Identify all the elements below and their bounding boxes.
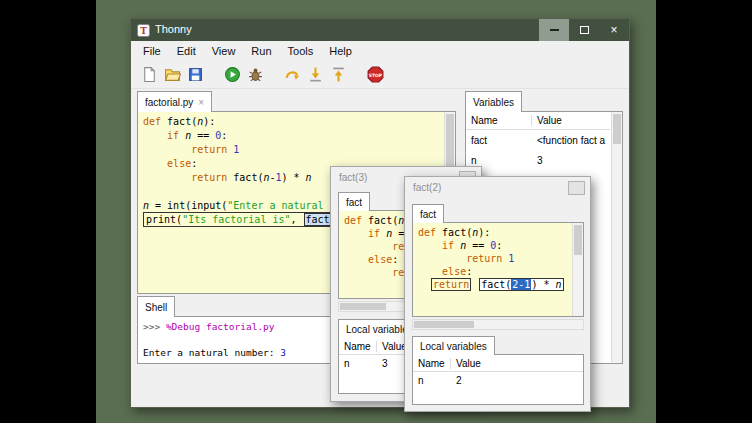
code-token bbox=[344, 254, 368, 265]
menu-item-run[interactable]: Run bbox=[243, 43, 279, 59]
menu-item-edit[interactable]: Edit bbox=[169, 43, 204, 59]
code-token: >>> bbox=[143, 321, 166, 332]
menu-item-tools[interactable]: Tools bbox=[280, 43, 322, 59]
thonny-app-icon: T bbox=[137, 23, 150, 36]
tab-factorial-py[interactable]: factorial.py × bbox=[137, 91, 212, 112]
scrollbar-thumb[interactable] bbox=[613, 114, 621, 144]
table-row[interactable]: n3 bbox=[466, 150, 610, 170]
save-button[interactable] bbox=[187, 66, 204, 83]
column-header: Value bbox=[451, 358, 583, 369]
local-variables-table: NameValuen2 bbox=[413, 355, 583, 404]
scrollbar-thumb[interactable] bbox=[340, 303, 386, 310]
step-out-button[interactable] bbox=[330, 66, 347, 83]
frame-code-view[interactable]: def fact(n): if n == 0: return 1 else: r… bbox=[412, 222, 584, 317]
menu-bar: FileEditViewRunToolsHelp bbox=[131, 41, 629, 61]
code-token bbox=[418, 253, 466, 264]
step-out-icon bbox=[330, 66, 347, 83]
code-token: == bbox=[191, 130, 215, 141]
code-token bbox=[418, 266, 442, 277]
code-token: def bbox=[344, 215, 362, 226]
scrollbar-thumb[interactable] bbox=[414, 321, 474, 328]
menu-item-help[interactable]: Help bbox=[321, 43, 360, 59]
stop-icon: STOP bbox=[367, 66, 384, 83]
table-cell: <function fact a bbox=[532, 135, 610, 146]
code-token: return bbox=[191, 172, 227, 183]
local-variables-label: Local variables bbox=[346, 324, 413, 335]
column-header: Name bbox=[339, 341, 377, 352]
eval-focus-box: fact(2-1) * n bbox=[479, 278, 563, 291]
scrollbar-thumb[interactable] bbox=[574, 225, 582, 255]
code-token bbox=[143, 130, 167, 141]
code-token: if bbox=[167, 130, 179, 141]
code-token: if bbox=[442, 240, 454, 251]
code-token: %Debug factorial.py bbox=[166, 321, 275, 332]
code-token: else bbox=[368, 254, 392, 265]
run-button[interactable] bbox=[224, 66, 241, 83]
title-bar[interactable]: T Thonny × bbox=[131, 19, 629, 41]
frame-tab-label: fact bbox=[346, 197, 362, 208]
table-cell: 2 bbox=[451, 375, 583, 386]
code-token: fact( bbox=[436, 227, 472, 238]
code-line: if n == 0: bbox=[143, 129, 439, 143]
table-cell: 3 bbox=[532, 155, 610, 166]
code-token: = int(input( bbox=[149, 200, 227, 211]
frame-code[interactable]: def fact(n): if n == 0: return 1 else: r… bbox=[413, 223, 573, 316]
tab-fact[interactable]: fact bbox=[338, 192, 370, 211]
code-token: n bbox=[555, 279, 561, 290]
window-title: Thonny bbox=[155, 23, 192, 35]
maximize-button[interactable] bbox=[569, 19, 599, 41]
tab-shell[interactable]: Shell bbox=[137, 296, 175, 317]
code-token bbox=[418, 240, 442, 251]
step-over-button[interactable] bbox=[284, 66, 301, 83]
table-row[interactable]: fact<function fact a bbox=[466, 130, 610, 150]
code-token: def bbox=[143, 116, 161, 127]
code-token: if bbox=[368, 228, 380, 239]
tab-fact[interactable]: fact bbox=[412, 204, 444, 223]
minimize-button[interactable] bbox=[539, 19, 569, 41]
code-token: 1 bbox=[233, 144, 239, 155]
code-token: fact( bbox=[161, 116, 197, 127]
debug-button[interactable] bbox=[247, 66, 264, 83]
variables-vscrollbar[interactable] bbox=[611, 112, 622, 363]
run-icon bbox=[224, 66, 241, 83]
code-token bbox=[472, 279, 478, 290]
code-token bbox=[143, 172, 191, 183]
code-line: else: bbox=[418, 265, 568, 278]
new-file-button[interactable] bbox=[141, 66, 158, 83]
svg-text:STOP: STOP bbox=[369, 73, 383, 78]
frame-hscrollbar[interactable] bbox=[412, 319, 584, 330]
toolbar: STOP bbox=[131, 61, 629, 89]
menu-item-view[interactable]: View bbox=[204, 43, 244, 59]
tab-local-variables[interactable]: Local variables bbox=[412, 336, 495, 355]
screenshot-root: T Thonny × FileEditViewRunToolsHelp STOP… bbox=[0, 0, 752, 423]
code-token: 1 bbox=[508, 253, 514, 264]
tab-variables[interactable]: Variables bbox=[465, 91, 522, 112]
maximize-icon bbox=[580, 26, 589, 34]
code-token: : bbox=[221, 130, 227, 141]
code-token: == bbox=[466, 240, 490, 251]
step-into-button[interactable] bbox=[307, 66, 324, 83]
tab-close-icon[interactable]: × bbox=[198, 97, 204, 108]
step-into-icon bbox=[307, 66, 324, 83]
menu-item-file[interactable]: File bbox=[135, 43, 169, 59]
open-file-button[interactable] bbox=[164, 66, 181, 83]
stop-button[interactable]: STOP bbox=[367, 66, 384, 83]
frame-window-button[interactable] bbox=[568, 181, 585, 195]
code-token: fact( bbox=[362, 215, 398, 226]
frame-tab-label: fact bbox=[420, 209, 436, 220]
table-cell: n bbox=[413, 375, 451, 386]
current-statement-box: print("Its factorial is", fact(3)) bbox=[143, 212, 360, 227]
code-token: def bbox=[418, 227, 436, 238]
table-header-row: NameValue bbox=[413, 355, 583, 372]
table-header-row: NameValue bbox=[466, 112, 610, 130]
column-header: Name bbox=[413, 358, 451, 369]
code-token: ) * bbox=[531, 279, 555, 290]
frame-vscrollbar[interactable] bbox=[572, 223, 583, 316]
code-token bbox=[143, 144, 191, 155]
frame-window-title: fact(3) bbox=[339, 172, 367, 183]
close-button[interactable]: × bbox=[599, 19, 629, 41]
editor-tab-label: factorial.py bbox=[145, 97, 193, 108]
table-row[interactable]: n2 bbox=[413, 372, 583, 389]
code-token: : bbox=[496, 240, 502, 251]
table-cell: n bbox=[339, 358, 377, 369]
